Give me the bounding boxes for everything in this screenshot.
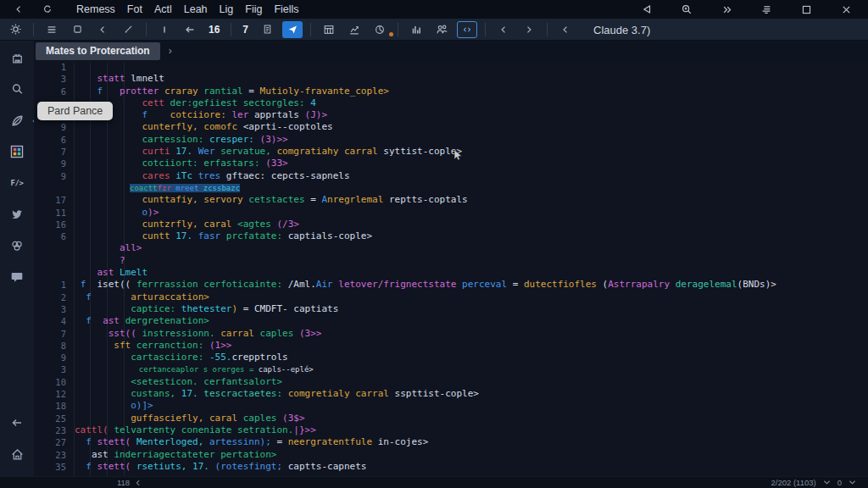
code-line[interactable]: 6 f protter craray rantial = Mutioly-fra… xyxy=(34,86,868,97)
square-icon[interactable] xyxy=(67,21,87,38)
code-line[interactable]: 17 cunttafiy, servory cetstactes = Anreg… xyxy=(34,194,868,206)
extensions-icon[interactable] xyxy=(6,141,28,162)
f-slash-icon[interactable]: F/> xyxy=(6,173,28,193)
search-icon[interactable] xyxy=(6,79,28,99)
maximize-icon[interactable] xyxy=(796,1,816,18)
menu-item-fiig[interactable]: Fiig xyxy=(245,3,262,15)
indent-guide xyxy=(124,63,125,476)
code-line[interactable]: all> xyxy=(34,242,868,254)
chart-icon[interactable] xyxy=(344,21,364,38)
code-line[interactable]: 7 curti 17. Wer servatue, comgratiahy ca… xyxy=(34,146,868,158)
code-line[interactable]: 6 cartession: cresper: (3)>> xyxy=(34,134,868,146)
chevron-left-icon[interactable] xyxy=(92,21,113,38)
code-line[interactable]: 4 f ast dergretenation> xyxy=(34,315,868,327)
refresh-icon[interactable] xyxy=(37,1,58,18)
status-bar: 118 2/202 (1103) 0 xyxy=(0,476,868,488)
people-icon[interactable] xyxy=(431,21,452,38)
arrow-left-icon[interactable] xyxy=(6,413,28,433)
code-line[interactable]: 9 cunterfly, comofc <aprti--coptoles xyxy=(34,121,868,133)
chevron-down-icon[interactable] xyxy=(823,480,831,485)
status-count[interactable]: 0 xyxy=(837,478,842,487)
gear-icon[interactable] xyxy=(5,21,25,38)
code-line[interactable]: 18 o)]> xyxy=(34,400,868,412)
line-number xyxy=(34,242,75,254)
code-line[interactable]: 1 xyxy=(34,61,868,73)
nav-forward-icon[interactable] xyxy=(519,21,539,38)
page-icon[interactable] xyxy=(257,21,277,38)
breadcrumb-tab[interactable]: Mates to Protercation xyxy=(36,42,160,60)
code-line[interactable]: 12 custans, 17. tescractaetes: comgretia… xyxy=(34,388,868,400)
line-number: 6 xyxy=(34,86,75,97)
share-icon[interactable] xyxy=(637,1,657,18)
code-line[interactable]: 9 cotciiort: erfastars: (33> xyxy=(34,158,868,169)
hamburger-icon[interactable] xyxy=(42,21,62,38)
mouse-cursor xyxy=(453,149,464,163)
nav-back-icon[interactable] xyxy=(493,21,514,38)
line-number: 23 xyxy=(34,449,75,461)
code-line[interactable]: 23 ast inderriagectateter pertation> xyxy=(34,449,868,461)
code-line[interactable]: 27 f stett( Menterloged, artessinn); = n… xyxy=(34,436,868,448)
code-line[interactable]: 3 statt lmnelt xyxy=(34,73,868,85)
code-line[interactable]: f cotciiore: ler apprtals (J)> xyxy=(34,109,868,121)
calendar-icon[interactable] xyxy=(319,21,339,38)
status-position[interactable]: 2/202 (1103) xyxy=(771,478,816,487)
menu-item-leah[interactable]: Leah xyxy=(184,3,208,15)
code-line[interactable]: 9 cares iTc tres gftaec: cepcts-sapnels xyxy=(34,170,868,182)
pie-icon[interactable] xyxy=(370,21,390,38)
castle-icon[interactable] xyxy=(6,47,28,68)
pen-icon[interactable] xyxy=(118,21,138,38)
menu-item-fot[interactable]: Fot xyxy=(127,3,142,15)
code-text: o)]> xyxy=(75,400,153,412)
ide-window: RemessFotActlLeahLigFiigFiells xyxy=(0,0,868,488)
indent-guide xyxy=(90,63,91,476)
zoom-search-icon[interactable] xyxy=(676,1,697,18)
code-line[interactable]: cett der:gefiiest sectorgles: 4 xyxy=(34,97,868,109)
collapse-left-icon[interactable] xyxy=(555,21,576,38)
columns-icon[interactable] xyxy=(406,21,426,38)
code-line[interactable]: coacttfzr mreet zcssbazc xyxy=(34,182,868,194)
code-line[interactable]: 8 sft cerranction: (1>> xyxy=(34,340,868,352)
code-editor[interactable]: 13 statt lmnelt6 f protter craray rantia… xyxy=(34,61,868,476)
chat-icon[interactable] xyxy=(6,267,28,287)
chevron-left-icon[interactable] xyxy=(135,480,142,486)
code-line[interactable]: 2 f arturaccation> xyxy=(34,291,868,303)
queue-list-icon[interactable] xyxy=(756,1,776,18)
code-text: ? xyxy=(75,255,125,267)
home-icon[interactable] xyxy=(6,444,28,464)
cursor-bar-icon[interactable] xyxy=(154,21,175,38)
code-line[interactable]: 23cattl( telvartenty coneniate setration… xyxy=(34,424,868,436)
code-line[interactable]: 16 cuntzrfly, caral <agtes (/3> xyxy=(34,219,868,230)
line-number: 9 xyxy=(34,352,75,363)
code-line[interactable]: 35 f stett( rsetiuts, 17. (rotesfingt; c… xyxy=(34,461,868,473)
double-chevron-icon[interactable] xyxy=(716,1,737,18)
code-line[interactable]: ? xyxy=(34,255,868,267)
code-line[interactable]: 9 cartasciiore: -55.crepptrols xyxy=(34,352,868,363)
menu-item-actl[interactable]: Actl xyxy=(154,3,172,15)
menu-item-fiells[interactable]: Fiells xyxy=(274,3,298,15)
code-box-icon[interactable] xyxy=(457,21,477,38)
code-line[interactable]: 6 cuntt 17. fasr prcfatate: captials-cop… xyxy=(34,230,868,242)
code-line[interactable]: 25 guffasciefly, caral caples (3$> xyxy=(34,413,868,424)
title-bar: RemessFotActlLeahLigFiigFiells xyxy=(0,0,868,19)
line-number: 3 xyxy=(34,303,75,315)
code-text: f arturaccation> xyxy=(75,291,209,303)
chevron-down-icon[interactable] xyxy=(849,480,856,485)
code-line[interactable]: 10 <setesticon. cerfantsalort> xyxy=(34,376,868,388)
send-button[interactable] xyxy=(282,21,303,38)
menu-item-remess[interactable]: Remess xyxy=(76,3,115,15)
code-line[interactable]: 3 certanceaplor s orerges = capls--eplé> xyxy=(34,363,868,375)
line-number xyxy=(34,182,75,194)
menu-item-lig[interactable]: Lig xyxy=(220,3,234,15)
code-line[interactable]: 11 o)> xyxy=(34,207,868,219)
knot-icon[interactable] xyxy=(6,236,28,256)
leaf-icon[interactable] xyxy=(6,110,28,130)
code-line[interactable]: 1 f iset(( ferrrassion cerfoticainte: /A… xyxy=(34,279,868,291)
twitter-icon[interactable] xyxy=(6,204,28,225)
code-text: cunttafiy, servory cetstactes = Anregrle… xyxy=(75,194,468,206)
arrow-left-icon[interactable] xyxy=(180,21,200,38)
code-line[interactable]: 7 sst(( instressionn. carral caples (3>> xyxy=(34,328,868,340)
history-back-icon[interactable] xyxy=(8,1,29,18)
close-icon[interactable] xyxy=(836,1,856,18)
code-line[interactable]: 3 captice: thetester) = CMDFT- captiats xyxy=(34,303,868,315)
code-line[interactable]: ast Lmelt xyxy=(34,267,868,279)
